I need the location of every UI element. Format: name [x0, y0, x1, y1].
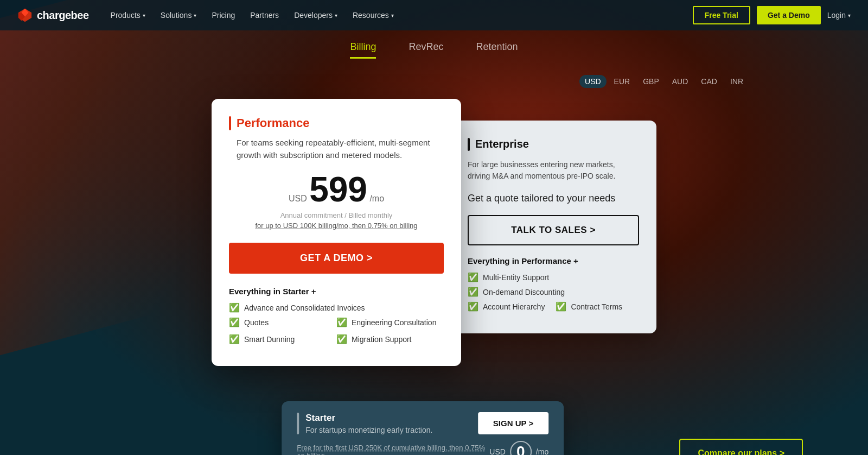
check-icon: ✅ — [468, 287, 478, 297]
starter-card-left: Starter For startups monetizing early tr… — [297, 413, 432, 434]
performance-card: Performance For teams seeking repeatably… — [212, 99, 461, 366]
enterprise-features-title: Everything in Performance + — [468, 256, 639, 266]
starter-price-amount: 0 — [510, 441, 532, 455]
currency-selector: USD EUR GBP AUD CAD INR — [0, 75, 868, 88]
starter-card: Starter For startups monetizing early tr… — [282, 401, 564, 455]
main-content: Billing RevRec Retention USD EUR GBP AUD… — [0, 30, 868, 455]
enterprise-feature-contract-terms: ✅ Contract Terms — [556, 301, 622, 312]
nav-actions: Free Trial Get a Demo Login ▾ — [693, 6, 851, 24]
starter-title: Starter — [305, 413, 432, 424]
performance-description: For teams seeking repeatably-efficient, … — [229, 137, 444, 161]
chevron-down-icon: ▾ — [335, 12, 337, 18]
enterprise-description: For large businesses entering new market… — [468, 159, 639, 182]
starter-signup-button[interactable]: SIGN UP > — [478, 412, 548, 434]
currency-aud[interactable]: AUD — [667, 75, 694, 88]
starter-accent-bar — [297, 413, 299, 434]
nav-partners[interactable]: Partners — [250, 11, 279, 20]
feature-smart-dunning: ✅ Smart Dunning — [229, 334, 336, 344]
free-trial-button[interactable]: Free Trial — [693, 6, 750, 24]
check-icon: ✅ — [468, 301, 478, 312]
nav-solutions[interactable]: Solutions ▾ — [161, 11, 197, 20]
check-icon: ✅ — [336, 317, 347, 327]
compare-plans-button[interactable]: Compare our plans > — [679, 439, 803, 455]
starter-text: Starter For startups monetizing early tr… — [305, 413, 432, 434]
cards-row: Performance For teams seeking repeatably… — [0, 99, 868, 366]
tab-retention[interactable]: Retention — [476, 41, 518, 59]
chevron-down-icon: ▾ — [143, 12, 145, 18]
currency-inr[interactable]: INR — [725, 75, 749, 88]
performance-features-grid: ✅ Quotes ✅ Engineering Consultation ✅ Sm… — [229, 317, 444, 349]
enterprise-title: Enterprise — [475, 138, 529, 150]
currency-cad[interactable]: CAD — [695, 75, 723, 88]
tab-billing[interactable]: Billing — [350, 41, 376, 59]
enterprise-features-row: ✅ Account Hierarchy ✅ Contract Terms — [468, 301, 639, 316]
nav-links: Products ▾ Solutions ▾ Pricing Partners … — [111, 11, 693, 20]
starter-price-section: Free for the first USD 250K of cumulativ… — [297, 441, 548, 455]
chevron-down-icon: ▾ — [391, 12, 394, 18]
performance-currency: USD — [289, 194, 307, 203]
performance-features-title: Everything in Starter + — [229, 287, 444, 296]
enterprise-card: Enterprise For large businesses entering… — [450, 121, 656, 333]
check-icon: ✅ — [336, 334, 347, 344]
enterprise-feature-on-demand-discounting: ✅ On-demand Discounting — [468, 287, 639, 297]
performance-billing-subtitle: Annual commitment / Billed monthly — [229, 211, 444, 219]
nav-resources[interactable]: Resources ▾ — [353, 11, 394, 20]
feature-quotes: ✅ Quotes — [229, 317, 336, 327]
chevron-down-icon: ▾ — [194, 12, 196, 18]
get-demo-button[interactable]: Get a Demo — [757, 6, 821, 24]
starter-price-currency: USD — [489, 447, 506, 455]
performance-period: /mo — [369, 194, 384, 203]
performance-price-note: for up to USD 100K billing/mo, then 0.75… — [229, 222, 444, 230]
performance-get-demo-button[interactable]: GET A DEMO > — [229, 243, 444, 274]
product-tabs: Billing RevRec Retention — [0, 41, 868, 59]
logo-icon — [17, 8, 33, 23]
feature-advance-invoices: ✅ Advance and Consolidated Invoices — [229, 302, 444, 313]
check-icon: ✅ — [556, 301, 566, 312]
nav-products[interactable]: Products ▾ — [111, 11, 145, 20]
enterprise-quote: Get a quote tailored to your needs — [468, 193, 639, 204]
nav-pricing[interactable]: Pricing — [212, 11, 235, 20]
talk-to-sales-button[interactable]: TALK TO SALES > — [468, 215, 639, 245]
navbar: chargebee Products ▾ Solutions ▾ Pricing… — [0, 0, 868, 30]
pricing-cards-container: Performance For teams seeking repeatably… — [0, 99, 868, 455]
performance-title: Performance — [237, 116, 310, 130]
feature-engineering-consultation: ✅ Engineering Consultation — [336, 317, 444, 327]
currency-eur[interactable]: EUR — [609, 75, 636, 88]
login-button[interactable]: Login ▾ — [827, 11, 851, 20]
starter-card-top: Starter For startups monetizing early tr… — [297, 412, 548, 434]
enterprise-feature-multi-entity: ✅ Multi-Entity Support — [468, 272, 639, 282]
nav-developers[interactable]: Developers ▾ — [294, 11, 337, 20]
starter-price-note: Free for the first USD 250K of cumulativ… — [297, 444, 489, 455]
starter-description: For startups monetizing early traction. — [305, 426, 432, 434]
performance-price: USD 599 /mo — [229, 172, 444, 207]
logo[interactable]: chargebee — [17, 8, 89, 23]
compare-plans-section: Compare our plans > — [679, 439, 803, 455]
chevron-down-icon: ▾ — [848, 12, 851, 18]
tab-revrec[interactable]: RevRec — [409, 41, 443, 59]
performance-amount: 599 — [309, 170, 367, 209]
enterprise-feature-account-hierarchy: ✅ Account Hierarchy — [468, 301, 545, 312]
check-icon: ✅ — [229, 317, 240, 327]
starter-price: USD 0 /mo — [489, 441, 548, 455]
starter-price-period: /mo — [536, 447, 548, 455]
enterprise-accent-bar — [468, 138, 470, 151]
logo-text: chargebee — [37, 9, 89, 22]
performance-accent-bar — [229, 116, 231, 130]
check-icon: ✅ — [468, 272, 478, 282]
check-icon: ✅ — [229, 302, 240, 313]
currency-usd[interactable]: USD — [579, 75, 607, 88]
check-icon: ✅ — [229, 334, 240, 344]
currency-gbp[interactable]: GBP — [637, 75, 665, 88]
feature-migration-support: ✅ Migration Support — [336, 334, 444, 344]
